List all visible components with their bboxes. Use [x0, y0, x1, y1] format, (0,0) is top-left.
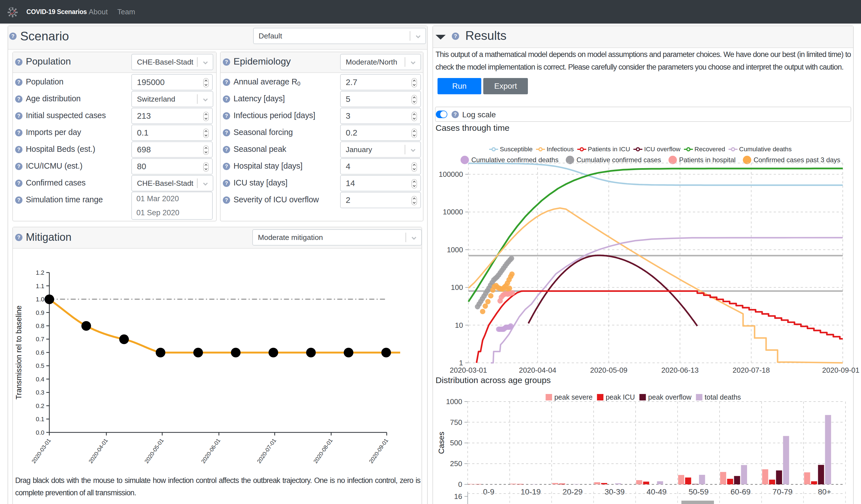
svg-text:0: 0	[458, 480, 462, 489]
svg-text:2020-03-01: 2020-03-01	[450, 366, 487, 374]
svg-text:10-19: 10-19	[521, 488, 541, 496]
svg-text:1000: 1000	[447, 246, 463, 254]
svg-text:0.8: 0.8	[36, 323, 44, 329]
svg-text:total deaths: total deaths	[705, 393, 741, 401]
svg-text:2020-09-01: 2020-09-01	[368, 437, 390, 464]
svg-text:500: 500	[450, 439, 462, 447]
svg-text:0.4: 0.4	[36, 376, 44, 383]
svg-text:2020-06-13: 2020-06-13	[661, 366, 699, 374]
svg-text:0.7: 0.7	[36, 336, 44, 343]
svg-text:2020-06-01: 2020-06-01	[200, 437, 222, 464]
svg-text:2020-07-18: 2020-07-18	[733, 366, 770, 374]
svg-text:100: 100	[451, 283, 463, 291]
svg-text:50-59: 50-59	[688, 488, 709, 496]
svg-text:2020-07-01: 2020-07-01	[256, 437, 277, 464]
svg-text:100000: 100000	[439, 170, 463, 178]
svg-text:Cases: Cases	[437, 432, 446, 454]
svg-text:750: 750	[450, 418, 462, 426]
svg-text:2020-04-04: 2020-04-04	[519, 366, 556, 374]
svg-text:10000: 10000	[443, 208, 463, 216]
svg-text:1.0: 1.0	[36, 296, 44, 303]
svg-text:1000: 1000	[446, 397, 462, 406]
svg-text:0.3: 0.3	[36, 389, 44, 396]
svg-text:250: 250	[450, 459, 462, 468]
svg-text:0.9: 0.9	[36, 309, 44, 316]
svg-text:2020-04-01: 2020-04-01	[87, 437, 109, 464]
svg-text:0.0: 0.0	[36, 429, 44, 436]
svg-text:Transmission rel to baseline: Transmission rel to baseline	[15, 305, 23, 399]
svg-text:peak overflow: peak overflow	[648, 393, 692, 401]
svg-text:16: 16	[454, 492, 462, 501]
svg-text:40-49: 40-49	[646, 488, 667, 496]
svg-text:1.1: 1.1	[36, 283, 44, 290]
svg-text:20-29: 20-29	[563, 488, 583, 496]
svg-text:2020-09-01: 2020-09-01	[822, 366, 860, 374]
svg-text:peak ICU: peak ICU	[606, 393, 635, 401]
svg-text:60-69: 60-69	[730, 488, 751, 496]
svg-text:0.5: 0.5	[36, 362, 44, 369]
svg-text:2020-08-01: 2020-08-01	[312, 437, 334, 464]
svg-text:2020-05-01: 2020-05-01	[144, 437, 165, 464]
svg-text:2020-03-01: 2020-03-01	[30, 437, 52, 464]
svg-text:peak severe: peak severe	[554, 393, 592, 401]
svg-text:30-39: 30-39	[604, 488, 625, 496]
svg-text:70-79: 70-79	[773, 488, 793, 496]
svg-text:2020-05-09: 2020-05-09	[590, 366, 628, 374]
svg-text:0-9: 0-9	[483, 488, 494, 496]
svg-text:10: 10	[455, 321, 463, 329]
svg-text:0.1: 0.1	[36, 416, 44, 423]
svg-text:0.2: 0.2	[36, 403, 44, 409]
svg-text:0.6: 0.6	[36, 349, 44, 356]
svg-text:80+: 80+	[818, 488, 831, 496]
svg-text:1.2: 1.2	[36, 269, 44, 276]
